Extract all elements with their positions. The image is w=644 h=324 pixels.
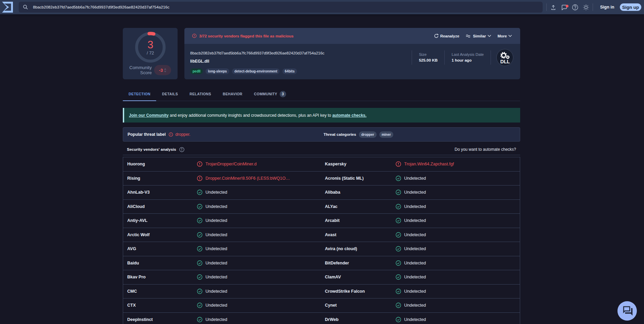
svg-text:/ 72: / 72 (147, 50, 154, 55)
svg-text:3: 3 (147, 39, 153, 51)
svg-text:DLL: DLL (500, 59, 510, 64)
